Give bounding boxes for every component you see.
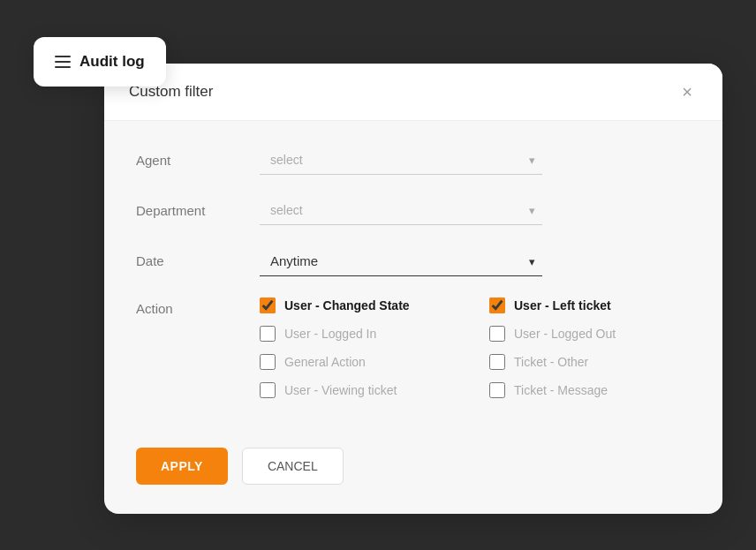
- department-label: Department: [136, 203, 260, 218]
- agent-row: Agent select: [136, 146, 691, 175]
- checkbox-user-changed-state-label: User - Changed State: [284, 298, 410, 313]
- department-select-wrapper: select: [260, 196, 542, 225]
- checkbox-user-viewing-ticket-input[interactable]: [260, 382, 276, 398]
- checkbox-user-logged-out[interactable]: User - Logged Out: [489, 326, 691, 342]
- checkbox-user-left-ticket-label: User - Left ticket: [514, 298, 611, 313]
- department-row: Department select: [136, 196, 691, 225]
- checkbox-user-changed-state[interactable]: User - Changed State: [260, 298, 461, 313]
- checkbox-general-action[interactable]: General Action: [260, 354, 461, 370]
- agent-select[interactable]: select: [260, 146, 542, 175]
- agent-label: Agent: [136, 153, 260, 168]
- date-select[interactable]: Anytime Today Last 7 days Last 30 days: [260, 246, 542, 276]
- checkbox-user-logged-in-label: User - Logged In: [284, 327, 376, 341]
- checkbox-general-action-input[interactable]: [260, 354, 276, 370]
- custom-filter-modal: Custom filter × Agent select Department …: [104, 64, 722, 514]
- app-wrapper: Audit log Custom filter × Agent select D…: [34, 37, 722, 514]
- hamburger-icon: [55, 56, 71, 68]
- checkbox-user-changed-state-input[interactable]: [260, 298, 276, 313]
- close-button[interactable]: ×: [677, 81, 698, 102]
- checkbox-ticket-message[interactable]: Ticket - Message: [489, 382, 691, 398]
- checkbox-user-logged-out-label: User - Logged Out: [514, 327, 616, 341]
- checkbox-ticket-other-label: Ticket - Other: [514, 355, 588, 369]
- checkbox-user-viewing-ticket-label: User - Viewing ticket: [284, 383, 397, 397]
- sidebar-tab: Audit log: [34, 37, 166, 87]
- apply-button[interactable]: APPLY: [136, 448, 228, 485]
- checkbox-general-action-label: General Action: [284, 355, 366, 369]
- sidebar-title: Audit log: [79, 53, 145, 71]
- checkbox-user-logged-in[interactable]: User - Logged In: [260, 326, 461, 342]
- checkbox-user-logged-out-input[interactable]: [489, 326, 505, 342]
- date-label: Date: [136, 253, 260, 268]
- modal-footer: APPLY CANCEL: [104, 448, 722, 509]
- checkbox-ticket-other-input[interactable]: [489, 354, 505, 370]
- action-label: Action: [136, 298, 260, 316]
- modal-body: Agent select Department select Date: [104, 121, 722, 448]
- date-select-wrapper: Anytime Today Last 7 days Last 30 days: [260, 246, 542, 276]
- department-select[interactable]: select: [260, 196, 542, 225]
- checkbox-user-left-ticket[interactable]: User - Left ticket: [489, 298, 691, 313]
- agent-select-wrapper: select: [260, 146, 542, 175]
- cancel-button[interactable]: CANCEL: [242, 448, 344, 485]
- date-row: Date Anytime Today Last 7 days Last 30 d…: [136, 246, 691, 276]
- checkbox-user-left-ticket-input[interactable]: [489, 298, 505, 313]
- checkbox-user-logged-in-input[interactable]: [260, 326, 276, 342]
- checkbox-ticket-other[interactable]: Ticket - Other: [489, 354, 691, 370]
- checkbox-user-viewing-ticket[interactable]: User - Viewing ticket: [260, 382, 461, 398]
- checkbox-ticket-message-label: Ticket - Message: [514, 383, 608, 397]
- modal-header: Custom filter ×: [104, 64, 722, 121]
- checkboxes-grid: User - Changed State User - Left ticket …: [260, 298, 691, 398]
- checkbox-ticket-message-input[interactable]: [489, 382, 505, 398]
- action-row: Action User - Changed State User - Left …: [136, 298, 691, 398]
